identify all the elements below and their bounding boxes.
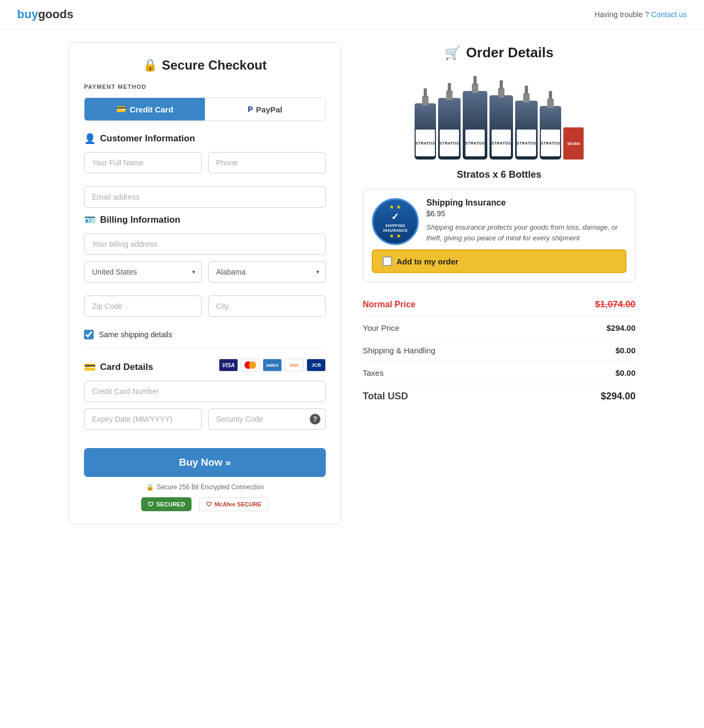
- security-code-field: ?: [208, 408, 326, 430]
- si-badge-label1: SHIPPING: [385, 224, 405, 228]
- total-row: Total USD $294.00: [363, 384, 636, 408]
- total-value: $294.00: [601, 391, 636, 402]
- full-name-field: [84, 152, 202, 173]
- zip-city-row: [84, 295, 326, 323]
- billing-icon: 🪪: [84, 214, 96, 226]
- zip-input[interactable]: [84, 295, 202, 317]
- normal-price-label: Normal Price: [363, 300, 416, 309]
- expiry-field: [84, 408, 202, 430]
- address-input[interactable]: [84, 233, 326, 255]
- shipping-label: Shipping & Handling: [363, 346, 435, 355]
- phone-input[interactable]: [208, 152, 326, 173]
- page-title: 🔒 Secure Checkout: [84, 58, 326, 73]
- country-state-row: United States Canada United Kingdom Alab…: [84, 261, 326, 289]
- add-to-order-button[interactable]: Add to my order: [372, 249, 626, 273]
- same-shipping-label: Same shipping details: [99, 330, 172, 339]
- si-badge-label2: INSURANCE: [383, 229, 408, 232]
- bottle-3: STRATOS: [463, 91, 487, 160]
- paypal-icon: P: [248, 105, 252, 113]
- visa-icon: VISA: [219, 359, 238, 371]
- nav-right: Having trouble ? Contact us: [594, 10, 687, 19]
- state-field: Alabama Alaska Arizona California Colora…: [208, 261, 326, 283]
- main-layout: 🔒 Secure Checkout PAYMENT METHOD 💳 Credi…: [58, 29, 646, 537]
- tab-credit-card[interactable]: 💳 Credit Card: [85, 98, 205, 120]
- shipping-value: $0.00: [615, 346, 636, 355]
- buy-now-button[interactable]: Buy Now »: [84, 448, 326, 477]
- shipping-row: Shipping & Handling $0.00: [363, 339, 636, 362]
- email-input[interactable]: [84, 186, 326, 208]
- amex-icon: AMEX: [263, 359, 282, 371]
- country-select[interactable]: United States Canada United Kingdom: [84, 261, 202, 283]
- bottle-2: STRATOS: [438, 98, 461, 160]
- expiry-input[interactable]: [84, 408, 202, 430]
- normal-price-row: Normal Price $1,074.00: [363, 293, 636, 317]
- cart-icon: 🛒: [445, 46, 461, 60]
- checkout-panel: 🔒 Secure Checkout PAYMENT METHOD 💳 Credi…: [68, 42, 341, 525]
- payment-tabs: 💳 Credit Card P PayPal: [84, 97, 326, 121]
- your-price-label: Your Price: [363, 323, 400, 332]
- order-header: 🛒 Order Details: [363, 44, 636, 61]
- total-label: Total USD: [363, 391, 408, 402]
- city-input[interactable]: [208, 295, 326, 317]
- card-icon: 💳: [84, 361, 96, 373]
- customer-info-header: 👤 Customer Information: [84, 133, 326, 145]
- state-select[interactable]: Alabama Alaska Arizona California Colora…: [208, 261, 326, 283]
- shield-icon: 🛡: [148, 501, 154, 507]
- your-price-row: Your Price $294.00: [363, 317, 636, 339]
- secure-message: 🔒 Secure 256 Bit Encrypted Connection: [84, 483, 326, 491]
- bonus-book: SEVEN: [563, 127, 584, 160]
- normal-price-value: $1,074.00: [595, 299, 636, 310]
- bottle-6: STRATOS: [540, 106, 561, 160]
- expiry-security-row: ?: [84, 408, 326, 436]
- phone-field: [208, 152, 326, 173]
- billing-info-header: 🪪 Billing Information: [84, 214, 326, 226]
- full-name-input[interactable]: [84, 152, 202, 173]
- trouble-text: Having trouble ?: [594, 10, 649, 19]
- tab-paypal[interactable]: P PayPal: [205, 98, 325, 120]
- card-icons: VISA AMEX DISC JCB: [219, 359, 326, 371]
- product-image-area: STRATOS STRATOS STRATOS STRATOS: [363, 74, 636, 160]
- mcafee-badge: 🛡 McAfee SECURE: [199, 497, 269, 511]
- zip-field: [84, 295, 202, 317]
- bottle-1: STRATOS: [415, 103, 436, 160]
- si-badge-wrapper: ★ ★ ✓ SHIPPING INSURANCE ★ ★: [372, 198, 419, 245]
- card-number-input[interactable]: [84, 381, 326, 402]
- your-price-value: $294.00: [607, 323, 636, 332]
- top-nav: buygoods Having trouble ? Contact us: [0, 0, 704, 29]
- product-name: Stratos x 6 Bottles: [363, 169, 636, 180]
- lock-icon: 🔒: [146, 483, 154, 491]
- trust-badges: 🛡 SECURED 🛡 McAfee SECURE: [84, 497, 326, 511]
- mcafee-icon: 🛡: [206, 501, 212, 507]
- logo: buygoods: [17, 7, 73, 21]
- si-check-icon: ✓: [391, 211, 400, 223]
- taxes-value: $0.00: [615, 368, 636, 377]
- country-field: United States Canada United Kingdom: [84, 261, 202, 283]
- mastercard-icon: [241, 359, 260, 371]
- si-description: Shipping insurance protects your goods f…: [426, 222, 626, 243]
- person-icon: 👤: [84, 133, 96, 145]
- jcb-icon: JCB: [307, 359, 326, 371]
- help-icon[interactable]: ?: [310, 414, 320, 424]
- secure-icon: 🔒: [143, 58, 157, 72]
- same-shipping-checkbox[interactable]: [84, 330, 94, 339]
- card-details-header: 💳 Card Details VISA AMEX DISC JCB: [84, 357, 326, 373]
- security-code-input[interactable]: [208, 408, 326, 430]
- bottle-4: STRATOS: [489, 95, 513, 160]
- product-bottles: STRATOS STRATOS STRATOS STRATOS: [363, 74, 636, 160]
- credit-card-icon: 💳: [116, 104, 126, 114]
- divider: [84, 348, 326, 348]
- secured-badge: 🛡 SECURED: [141, 497, 192, 511]
- add-order-checkbox: [382, 256, 392, 266]
- bottle-5: STRATOS: [515, 101, 538, 160]
- contact-link[interactable]: Contact us: [651, 10, 687, 19]
- city-field: [208, 295, 326, 317]
- order-panel: 🛒 Order Details STRATOS STRATOS: [363, 42, 636, 525]
- payment-method-label: PAYMENT METHOD: [84, 84, 326, 90]
- price-summary: Normal Price $1,074.00 Your Price $294.0…: [363, 293, 636, 408]
- taxes-label: Taxes: [363, 368, 384, 377]
- si-badge: ★ ★ ✓ SHIPPING INSURANCE ★ ★: [372, 198, 419, 245]
- same-shipping-row[interactable]: Same shipping details: [84, 330, 326, 339]
- taxes-row: Taxes $0.00: [363, 362, 636, 384]
- address-field: [84, 233, 326, 255]
- si-price: $6.95: [426, 209, 626, 218]
